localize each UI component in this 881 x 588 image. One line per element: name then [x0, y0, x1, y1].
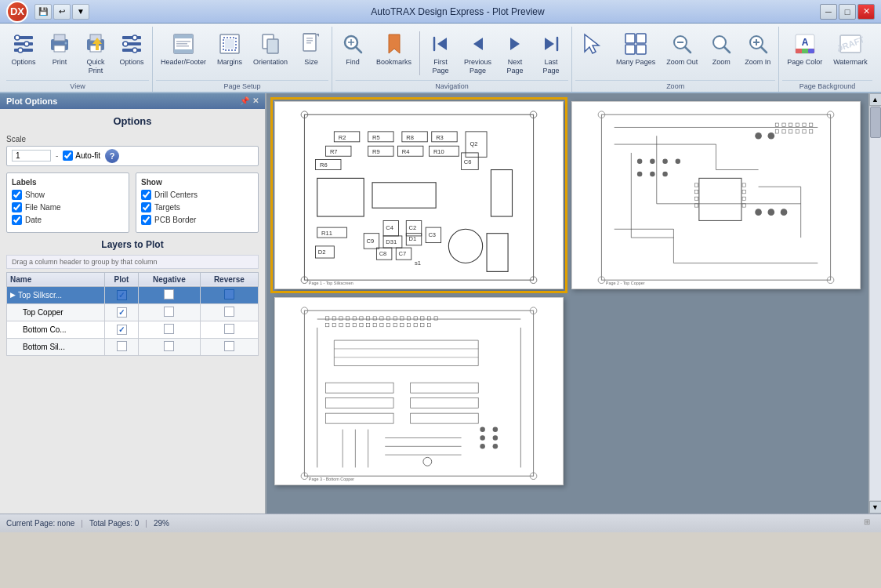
plot-checkbox[interactable]	[117, 307, 127, 318]
plot-checkbox[interactable]	[117, 325, 127, 335]
layer-negative-cell[interactable]	[139, 338, 201, 355]
many-pages-button[interactable]: Many Pages	[611, 28, 660, 70]
negative-checkbox[interactable]	[164, 307, 174, 317]
layer-reverse-cell[interactable]	[200, 338, 258, 355]
bookmarks-button[interactable]: Bookmarks	[372, 28, 416, 70]
vertical-scrollbar[interactable]: ▲ ▼	[868, 93, 881, 514]
negative-checkbox[interactable]	[164, 324, 174, 334]
close-sidebar-button[interactable]: ✕	[252, 96, 259, 105]
date-cb[interactable]	[12, 215, 22, 225]
svg-line-57	[724, 47, 730, 53]
svg-point-19	[132, 48, 137, 53]
svg-point-212	[493, 426, 498, 431]
zoom-in-button[interactable]: Zoom In	[740, 28, 775, 70]
cursor-button[interactable]	[575, 28, 610, 61]
options2-button[interactable]: Options	[114, 28, 149, 70]
header-footer-label: Header/Footer	[161, 58, 206, 67]
table-row[interactable]: Bottom Sil...	[7, 338, 259, 355]
layer-reverse-cell[interactable]	[200, 303, 258, 321]
scroll-down-btn[interactable]: ▼	[869, 501, 882, 514]
col-negative[interactable]: Negative	[139, 272, 201, 286]
zoom-button[interactable]: Zoom	[704, 28, 738, 70]
svg-text:C3: C3	[428, 231, 436, 238]
scroll-thumb[interactable]	[870, 107, 881, 138]
zoom-status: 29%	[154, 519, 169, 528]
first-page-button[interactable]: FirstPage	[423, 28, 458, 78]
layer-name: Top Silkscr...	[18, 291, 62, 299]
layer-plot-cell[interactable]	[104, 338, 138, 355]
last-page-label: LastPage	[543, 58, 560, 75]
table-row[interactable]: ▶ Top Silkscr...	[7, 286, 259, 303]
col-reverse[interactable]: Reverse	[200, 272, 258, 286]
page-color-button[interactable]: A Page Color	[782, 28, 827, 70]
svg-text:R8: R8	[406, 133, 414, 140]
options-button[interactable]: Options	[6, 28, 41, 70]
header-footer-button[interactable]: Header/Footer	[156, 28, 211, 70]
layer-plot-cell[interactable]	[104, 286, 138, 303]
layer-plot-cell[interactable]	[104, 321, 138, 338]
help-button[interactable]: ?	[105, 149, 119, 163]
reverse-checkbox[interactable]	[224, 341, 234, 351]
plot-checkbox[interactable]	[117, 290, 127, 300]
reverse-checkbox[interactable]	[224, 307, 234, 317]
negative-checkbox[interactable]	[164, 289, 174, 299]
maximize-btn[interactable]: □	[839, 4, 856, 20]
resize-handle[interactable]: ⊞	[864, 517, 875, 528]
show-title: Show	[141, 178, 253, 187]
pcb-border-cb[interactable]	[141, 215, 151, 225]
last-page-button[interactable]: LastPage	[534, 28, 568, 78]
print-button[interactable]: Print	[42, 28, 77, 70]
scale-input[interactable]	[12, 150, 51, 162]
find-button[interactable]: Find	[335, 28, 370, 70]
targets-cb[interactable]	[141, 202, 151, 212]
drill-centers-cb[interactable]	[141, 190, 151, 200]
preview-page-1[interactable]: R2 R5 R8 R3 R7 R9 R4	[274, 101, 564, 289]
table-row[interactable]: Top Copper	[7, 303, 259, 321]
next-page-icon	[502, 31, 528, 56]
zoom-out-button[interactable]: Zoom Out	[662, 28, 702, 70]
reverse-checkbox[interactable]	[224, 324, 234, 334]
table-row[interactable]: Bottom Co...	[7, 321, 259, 338]
next-page-button[interactable]: NextPage	[498, 28, 532, 78]
svg-text:Page 2 - Top Copper: Page 2 - Top Copper	[606, 280, 645, 285]
layer-reverse-cell[interactable]	[200, 286, 258, 303]
layer-plot-cell[interactable]	[104, 303, 138, 321]
negative-checkbox[interactable]	[164, 341, 174, 351]
zoom-label: Zoom	[712, 58, 731, 67]
quick-menu-btn[interactable]: ▼	[72, 4, 89, 20]
svg-point-17	[132, 35, 137, 40]
svg-rect-49	[625, 34, 635, 43]
watermark-button[interactable]: DRAFT Watermark	[828, 28, 872, 70]
total-pages-status: Total Pages: 0	[89, 519, 139, 528]
layer-negative-cell[interactable]	[139, 286, 201, 303]
labels-show-cb[interactable]	[12, 190, 22, 200]
size-button[interactable]: Size	[294, 28, 328, 70]
minimize-btn[interactable]: ─	[820, 4, 837, 20]
auto-fit-checkbox[interactable]	[63, 151, 73, 161]
pin-button[interactable]: 📌	[240, 96, 249, 105]
layer-negative-cell[interactable]	[139, 303, 201, 321]
expand-arrow[interactable]: ▶	[10, 291, 16, 299]
quick-save-btn[interactable]: 💾	[34, 4, 52, 20]
layer-reverse-cell[interactable]	[200, 321, 258, 338]
reverse-checkbox[interactable]	[224, 289, 234, 299]
labels-box: Labels Show File Name Date	[6, 172, 129, 233]
orientation-button[interactable]: Orientation	[248, 28, 292, 70]
file-name-cb[interactable]	[12, 202, 22, 212]
close-btn[interactable]: ✕	[857, 4, 875, 20]
zoom-group-label: Zoom	[575, 80, 775, 92]
quick-print-button[interactable]: QuickPrint	[78, 28, 113, 78]
plot-checkbox[interactable]	[117, 341, 127, 351]
col-plot[interactable]: Plot	[104, 272, 138, 286]
scroll-up-btn[interactable]: ▲	[869, 93, 882, 106]
svg-point-148	[637, 171, 642, 176]
prev-page-button[interactable]: PreviousPage	[459, 28, 496, 78]
margins-button[interactable]: Margins	[212, 28, 247, 70]
quick-undo-btn[interactable]: ↩	[53, 4, 71, 20]
preview-page-3[interactable]: Page 3 - Bottom Copper	[274, 297, 564, 485]
quick-print-label: QuickPrint	[86, 58, 104, 75]
svg-text:R4: R4	[402, 148, 410, 155]
preview-page-2[interactable]: Page 2 - Top Copper	[571, 101, 861, 289]
col-name[interactable]: Name	[7, 272, 105, 286]
layer-negative-cell[interactable]	[139, 321, 201, 338]
